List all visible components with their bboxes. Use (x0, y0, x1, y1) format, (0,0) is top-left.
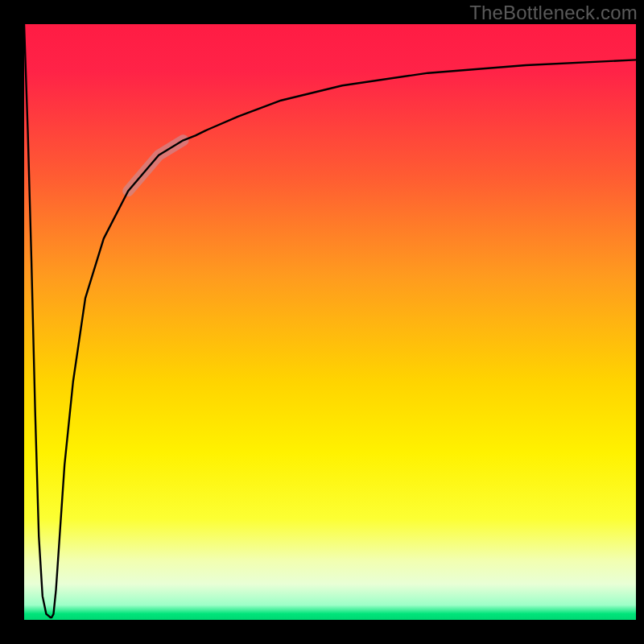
chart-stage: TheBottleneck.com (0, 0, 644, 644)
plot-background (24, 24, 636, 620)
bottleneck-chart (0, 0, 644, 644)
